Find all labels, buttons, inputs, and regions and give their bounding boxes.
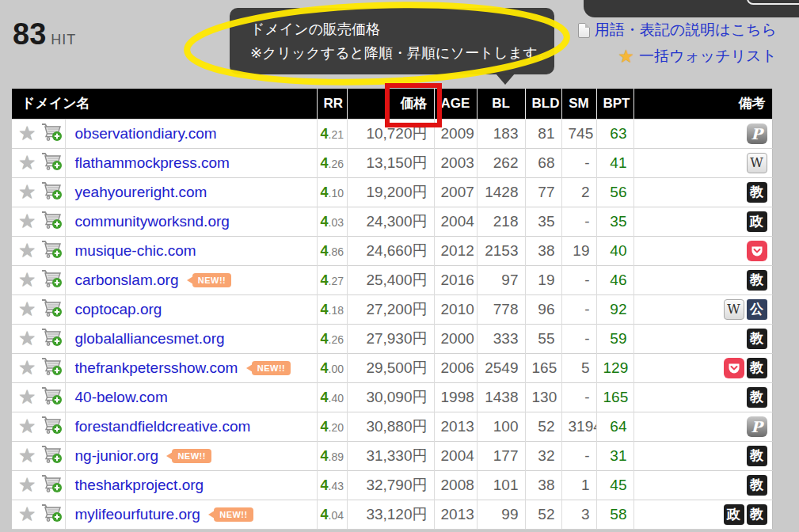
glossary-link[interactable]: 用語・表記の説明はこちら (595, 20, 777, 40)
pinterest-icon: P (747, 124, 767, 144)
add-to-cart-icon[interactable] (40, 180, 63, 204)
kyo-icon: 教 (747, 358, 767, 378)
bld-cell: 55 (525, 324, 561, 353)
sort-tooltip: ドメインの販売価格 ※クリックすると降順・昇順にソートします。 (230, 8, 554, 74)
price-cell: 30,880円 (347, 412, 434, 441)
column-header-sm[interactable]: SM (561, 89, 596, 119)
age-cell: 2004 (434, 441, 477, 470)
column-header-bl[interactable]: BL (477, 89, 525, 119)
domain-link[interactable]: forestandfieldcreative.com (75, 418, 251, 435)
favorite-star-icon[interactable]: ★ (18, 358, 36, 378)
remarks-cell: P (633, 412, 772, 441)
domain-link[interactable]: yeahyoureright.com (75, 184, 207, 200)
sm-cell: 19 (561, 236, 596, 265)
domain-link[interactable]: mylifeourfuture.org (75, 506, 200, 522)
table-row: ★ musique-chic.c (12, 236, 772, 265)
bl-cell: 333 (477, 324, 525, 353)
bld-cell: 19 (525, 265, 561, 294)
remarks-cell: 政 (633, 207, 772, 236)
bpt-cell: 64 (596, 412, 633, 441)
domain-link[interactable]: carbonslam.org (75, 272, 179, 288)
kyo-icon: 教 (747, 504, 767, 525)
table-row: ★ coptocap.org (12, 294, 772, 324)
favorite-star-icon[interactable]: ★ (18, 124, 36, 143)
domain-link[interactable]: observationdiary.com (75, 125, 217, 142)
price-cell: 31,330円 (347, 441, 434, 470)
bpt-cell: 63 (596, 119, 633, 148)
bl-cell: 100 (477, 412, 525, 441)
add-to-cart-icon[interactable] (40, 151, 63, 175)
pinterest-icon: P (747, 416, 767, 437)
tooltip-arrow (496, 74, 515, 85)
favorite-star-icon[interactable]: ★ (18, 211, 36, 231)
add-to-cart-icon[interactable] (40, 386, 63, 409)
bl-cell: 262 (477, 148, 525, 177)
bld-cell: 68 (525, 148, 561, 177)
remarks-cell: 教 (633, 177, 772, 207)
domain-link[interactable]: communityworksnd.org (75, 213, 230, 230)
add-to-cart-icon[interactable] (40, 356, 63, 380)
column-header-bpt[interactable]: BPT (596, 89, 633, 119)
domain-link[interactable]: 40-below.com (75, 389, 168, 405)
rr-value-dec: .86 (329, 245, 344, 258)
rr-value-int: 4 (321, 214, 329, 230)
new-badge: NEW!! (214, 507, 253, 522)
favorite-star-icon[interactable]: ★ (18, 475, 36, 495)
column-header-age[interactable]: AGE (434, 89, 477, 119)
add-to-cart-icon[interactable] (40, 415, 63, 439)
bl-cell: 99 (477, 500, 525, 529)
domain-link[interactable]: ng-junior.org (75, 447, 159, 464)
table-row: ★ globalalliance (12, 324, 772, 353)
favorite-star-icon[interactable]: ★ (18, 182, 36, 202)
add-to-cart-icon[interactable] (40, 503, 63, 526)
document-icon (578, 23, 590, 38)
domain-link[interactable]: thesharkproject.org (75, 477, 204, 493)
sm-cell: 2 (561, 177, 596, 207)
rr-value-int: 4 (321, 126, 329, 142)
favorite-star-icon[interactable]: ★ (18, 329, 36, 348)
column-header-bld[interactable]: BLD (525, 89, 561, 119)
domain-link[interactable]: thefrankpetersshow.com (75, 359, 238, 376)
kou-icon: 公 (747, 299, 767, 320)
remarks-cell: 教 (633, 265, 772, 294)
rr-value-dec: .21 (329, 128, 344, 141)
favorite-star-icon[interactable]: ★ (18, 270, 36, 290)
add-to-cart-icon[interactable] (40, 210, 63, 234)
bl-cell: 101 (477, 470, 525, 500)
rr-value-dec: .10 (329, 187, 344, 200)
remarks-cell: 教 (633, 470, 772, 500)
bld-cell: 32 (525, 441, 561, 470)
add-to-cart-icon[interactable] (40, 268, 63, 292)
add-to-cart-icon[interactable] (40, 327, 63, 351)
kyo-icon: 教 (747, 475, 767, 496)
domain-link[interactable]: musique-chic.com (75, 242, 196, 259)
bpt-cell: 35 (596, 207, 633, 236)
price-cell: 27,930円 (347, 324, 434, 353)
age-cell: 1998 (434, 382, 477, 412)
add-to-cart-icon[interactable] (40, 444, 63, 468)
column-header-price[interactable]: 価格 (347, 89, 434, 119)
add-to-cart-icon[interactable] (40, 239, 63, 263)
age-cell: 2013 (434, 412, 477, 441)
domain-link[interactable]: flathammockpress.com (75, 154, 230, 171)
add-to-cart-icon[interactable] (40, 298, 63, 321)
top-dark-bar (584, 0, 799, 17)
favorite-star-icon[interactable]: ★ (18, 241, 36, 260)
domains-table: ドメイン名 RR 価格 AGE BL BLD SM BPT 備考 ★ (12, 89, 773, 530)
bpt-cell: 46 (596, 265, 633, 294)
favorite-star-icon[interactable]: ★ (18, 299, 36, 319)
favorite-star-icon[interactable]: ★ (18, 504, 36, 524)
add-to-cart-icon[interactable] (40, 473, 63, 497)
favorite-star-icon[interactable]: ★ (18, 446, 36, 466)
domain-link[interactable]: globalalliancesmet.org (75, 330, 225, 347)
favorite-star-icon[interactable]: ★ (18, 387, 36, 407)
age-cell: 2013 (434, 500, 477, 529)
add-to-cart-icon[interactable] (40, 122, 63, 146)
top-partial-button[interactable] (747, 0, 799, 5)
rr-value-dec: .03 (329, 216, 344, 229)
domain-link[interactable]: coptocap.org (75, 301, 162, 317)
column-header-rr[interactable]: RR (317, 89, 347, 119)
favorite-star-icon[interactable]: ★ (18, 153, 36, 173)
favorite-star-icon[interactable]: ★ (18, 416, 36, 436)
watchlist-link[interactable]: 一括ウォッチリスト (639, 46, 777, 66)
